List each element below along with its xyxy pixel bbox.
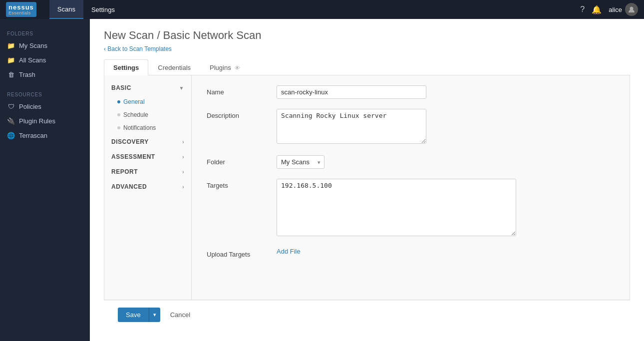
terrascan-label: Terrascan	[19, 132, 47, 139]
description-control	[277, 109, 426, 145]
form-row-upload-targets: Upload Targets Add File	[207, 248, 615, 258]
sidebar-item-policies[interactable]: 🛡 Policies	[0, 99, 90, 114]
section-report-arrow: ›	[182, 169, 184, 175]
section-report[interactable]: REPORT ›	[104, 164, 191, 179]
section-assessment[interactable]: ASSESSMENT ›	[104, 149, 191, 164]
form-row-description: Description	[207, 109, 615, 145]
plugin-rules-label: Plugin Rules	[19, 117, 55, 125]
name-control	[277, 85, 426, 99]
main-layout: Folders 📁 My Scans 📁 All Scans 🗑 Trash R…	[0, 19, 644, 341]
sub-general-label: General	[123, 98, 145, 105]
settings-panel: BASIC ▼ General Schedule Notifications D…	[104, 75, 630, 300]
sub-notifications-label: Notifications	[123, 124, 156, 131]
sub-item-notifications[interactable]: Notifications	[104, 121, 191, 134]
sidebar-item-myscans[interactable]: 📁 My Scans	[0, 38, 90, 53]
eye-icon: 👁	[235, 65, 240, 71]
logo-sub: Essentials	[8, 11, 34, 15]
sub-schedule-label: Schedule	[123, 111, 148, 118]
nav-settings[interactable]: Settings	[83, 0, 123, 19]
sidebar-item-allscans[interactable]: 📁 All Scans	[0, 53, 90, 67]
section-basic-label: BASIC	[111, 84, 131, 91]
dot-schedule	[117, 113, 120, 116]
form-row-folder: Folder My Scans All Scans ▾	[207, 155, 615, 169]
sub-item-general[interactable]: General	[104, 95, 191, 108]
section-advanced[interactable]: ADVANCED ›	[104, 179, 191, 194]
section-advanced-arrow: ›	[182, 184, 184, 190]
policy-icon: 🛡	[7, 103, 15, 110]
terrascan-icon: 🌐	[7, 132, 15, 139]
form-row-name: Name	[207, 85, 615, 99]
add-file-link[interactable]: Add File	[277, 248, 301, 255]
nav-scans[interactable]: Scans	[49, 0, 83, 19]
back-link[interactable]: ‹ Back to Scan Templates	[104, 45, 172, 52]
sidebar-item-terrascan[interactable]: 🌐 Terrascan	[0, 128, 90, 143]
targets-control	[277, 179, 516, 238]
description-input[interactable]	[277, 109, 426, 144]
top-nav-links: Scans Settings	[49, 0, 123, 19]
section-discovery-label: DISCOVERY	[111, 138, 149, 145]
folder-label: Folder	[207, 155, 277, 166]
sidebar: Folders 📁 My Scans 📁 All Scans 🗑 Trash R…	[0, 19, 90, 341]
form-footer: Save ▾ Cancel	[104, 300, 630, 329]
tab-plugins[interactable]: Plugins 👁	[200, 59, 250, 75]
upload-targets-label: Upload Targets	[207, 248, 277, 258]
logo-box: nessus Essentials	[6, 2, 36, 17]
trash-icon: 🗑	[7, 71, 15, 78]
name-label: Name	[207, 85, 277, 96]
sub-item-schedule[interactable]: Schedule	[104, 108, 191, 121]
content-area: New Scan / Basic Network Scan ‹ Back to …	[90, 19, 644, 341]
upload-targets-control: Add File	[277, 248, 301, 255]
tab-credentials[interactable]: Credentials	[148, 59, 200, 75]
section-basic-arrow: ▼	[179, 85, 184, 91]
logo: nessus Essentials	[6, 2, 39, 17]
username: alice	[609, 6, 622, 13]
tab-credentials-label: Credentials	[158, 64, 191, 71]
section-assessment-label: ASSESSMENT	[111, 153, 155, 160]
save-dropdown-button[interactable]: ▾	[149, 308, 160, 322]
name-input[interactable]	[277, 85, 426, 99]
form-area: Name Description Folder	[192, 75, 630, 300]
cancel-button[interactable]: Cancel	[164, 308, 196, 322]
section-advanced-label: ADVANCED	[111, 183, 147, 190]
tab-settings[interactable]: Settings	[104, 59, 148, 75]
my-scans-label: My Scans	[19, 42, 47, 49]
section-basic[interactable]: BASIC ▼	[104, 80, 191, 95]
all-scans-label: All Scans	[19, 56, 46, 64]
folders-label: Folders	[0, 26, 90, 38]
sidebar-item-trash[interactable]: 🗑 Trash	[0, 67, 90, 82]
save-btn-group: Save ▾	[118, 308, 160, 322]
policies-label: Policies	[19, 103, 41, 110]
sidebar-item-pluginrules[interactable]: 🔌 Plugin Rules	[0, 114, 90, 128]
targets-input[interactable]	[277, 179, 516, 236]
folder-select[interactable]: My Scans All Scans	[277, 155, 324, 169]
topnav-right: ? 🔔 alice	[580, 3, 638, 16]
bell-icon[interactable]: 🔔	[592, 5, 602, 14]
tabs-bar: Settings Credentials Plugins 👁	[104, 59, 630, 75]
section-assessment-arrow: ›	[182, 154, 184, 160]
section-discovery-arrow: ›	[182, 139, 184, 145]
targets-label: Targets	[207, 179, 277, 189]
save-button[interactable]: Save	[118, 308, 149, 322]
form-row-targets: Targets	[207, 179, 615, 238]
dot-notifications	[117, 126, 120, 129]
topnav: nessus Essentials Scans Settings ? 🔔 ali…	[0, 0, 644, 19]
trash-label: Trash	[19, 71, 35, 78]
dot-general	[117, 100, 120, 103]
section-discovery[interactable]: DISCOVERY ›	[104, 134, 191, 149]
logo-text: nessus	[8, 3, 34, 11]
page-title: New Scan / Basic Network Scan	[104, 29, 630, 42]
folder-control: My Scans All Scans ▾	[277, 155, 324, 169]
help-icon[interactable]: ?	[580, 5, 585, 14]
plugin-icon: 🔌	[7, 117, 15, 125]
settings-sidebar: BASIC ▼ General Schedule Notifications D…	[104, 75, 192, 300]
tab-settings-label: Settings	[113, 64, 139, 71]
folder-icon: 📁	[7, 42, 15, 49]
description-label: Description	[207, 109, 277, 119]
avatar	[625, 3, 638, 16]
resources-label: Resources	[0, 87, 90, 99]
tab-plugins-label: Plugins	[210, 64, 231, 71]
user-menu[interactable]: alice	[609, 3, 638, 16]
section-report-label: REPORT	[111, 168, 138, 175]
folder-icon-2: 📁	[7, 56, 15, 64]
